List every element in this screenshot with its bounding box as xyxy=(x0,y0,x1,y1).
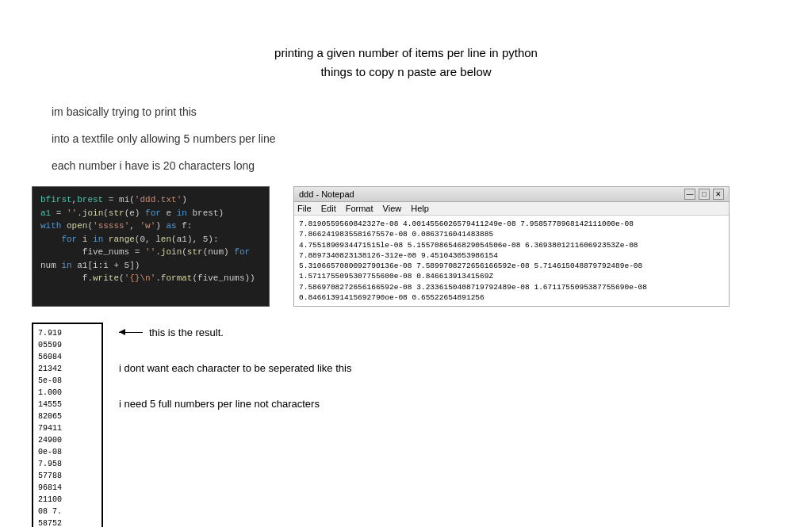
code-block: bfirst,brest = mi('ddd.txt') a1 = ''.joi… xyxy=(32,186,270,307)
notepad-restore[interactable]: □ xyxy=(699,189,710,200)
menu-edit[interactable]: Edit xyxy=(321,204,336,213)
dont-want-label: i dont want each character to be seperat… xyxy=(119,362,351,374)
annotation-result: this is the result. xyxy=(119,327,351,338)
notepad-close[interactable]: ✕ xyxy=(713,189,724,200)
desc-line3: each number i have is 20 characters long xyxy=(52,159,812,172)
title-line1: printing a given number of items per lin… xyxy=(0,44,812,63)
menu-help[interactable]: Help xyxy=(411,204,429,213)
menu-view[interactable]: View xyxy=(383,204,402,213)
notepad-menubar: File Edit Format View Help xyxy=(294,202,729,216)
desc-line2: into a textfile only allowing 5 numbers … xyxy=(52,132,812,145)
result-arrow xyxy=(119,332,143,333)
notepad-titlebar: ddd - Notepad — □ ✕ xyxy=(294,187,729,202)
result-section: 7.919 05599 56084 21342 5e-08 1.000 1455… xyxy=(32,323,812,527)
notepad-controls: — □ ✕ xyxy=(684,189,724,200)
result-annotations: this is the result. i dont want each cha… xyxy=(119,327,351,410)
notepad-content: 7.8190559560842327e-08 4.001455602657941… xyxy=(294,216,729,306)
annotation-need: i need 5 full numbers per line not chara… xyxy=(119,398,351,410)
notepad-line1: 7.8190559560842327e-08 4.001455602657941… xyxy=(299,219,724,240)
notepad-line3: 5.3106657080092790136e-08 7.589970827265… xyxy=(299,261,724,282)
menu-file[interactable]: File xyxy=(297,204,312,213)
notepad-title: ddd - Notepad xyxy=(299,189,354,199)
annotation-dont-want: i dont want each character to be seperat… xyxy=(119,362,351,374)
result-box: 7.919 05599 56084 21342 5e-08 1.000 1455… xyxy=(32,323,103,527)
need-label: i need 5 full numbers per line not chara… xyxy=(119,398,320,410)
notepad-minimize[interactable]: — xyxy=(684,189,695,200)
middle-row: bfirst,brest = mi('ddd.txt') a1 = ''.joi… xyxy=(32,186,812,307)
notepad-line2: 4.7551890934471515le-08 5.15570865468290… xyxy=(299,240,724,262)
result-label: this is the result. xyxy=(149,327,224,338)
title-line2: things to copy n paste are below xyxy=(0,63,812,82)
page-title: printing a given number of items per lin… xyxy=(0,44,812,82)
desc-line1: im basically trying to print this xyxy=(52,105,812,118)
description-section: im basically trying to print this into a… xyxy=(52,105,812,172)
notepad-line4: 7.5869708272656166592e-08 3.233615040871… xyxy=(299,282,724,304)
menu-format[interactable]: Format xyxy=(346,204,373,213)
notepad-window: ddd - Notepad — □ ✕ File Edit Format Vie… xyxy=(293,186,730,307)
